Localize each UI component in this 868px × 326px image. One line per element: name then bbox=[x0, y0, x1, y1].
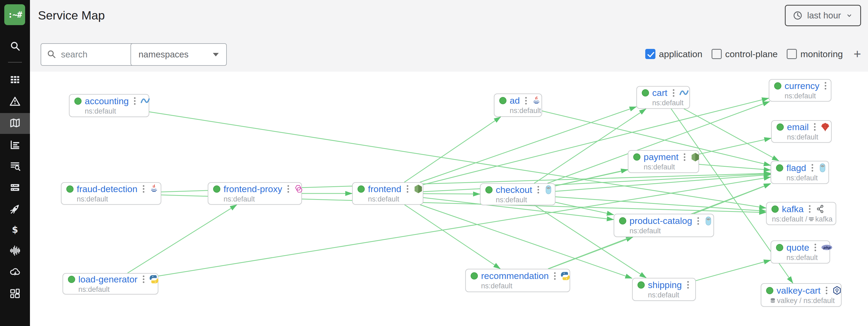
kebab-menu[interactable] bbox=[553, 271, 557, 281]
sidebar-item-integrations[interactable] bbox=[0, 284, 30, 304]
sidebar-item-alerts[interactable] bbox=[0, 91, 30, 112]
service-node-currency[interactable]: currencyns:default bbox=[769, 79, 831, 102]
status-dot bbox=[499, 97, 506, 104]
waveform-icon bbox=[9, 245, 21, 257]
status-dot bbox=[74, 98, 82, 105]
sidebar: :~# $ bbox=[0, 0, 30, 326]
service-map-canvas: accountingns:defaultadns:defaultcartns:d… bbox=[0, 0, 868, 326]
service-name[interactable]: email bbox=[787, 122, 809, 132]
kebab-menu[interactable] bbox=[536, 185, 540, 195]
service-name[interactable]: currency bbox=[784, 81, 819, 91]
list-search-icon bbox=[9, 160, 21, 173]
namespace-label: ns:default bbox=[652, 99, 689, 107]
service-name[interactable]: product-catalog bbox=[629, 216, 692, 226]
kebab-menu[interactable] bbox=[696, 216, 700, 226]
status-dot bbox=[776, 244, 783, 251]
service-name[interactable]: quote bbox=[786, 242, 809, 253]
namespace-label: ns:default bbox=[77, 195, 161, 203]
kebab-menu[interactable] bbox=[524, 96, 528, 105]
sidebar-item-service-map[interactable] bbox=[0, 113, 30, 134]
edge-frontend-ad bbox=[404, 117, 501, 182]
namespace-label: ns:default bbox=[481, 282, 569, 290]
service-node-product-catalog[interactable]: product-catalogns:default bbox=[614, 214, 714, 237]
kebab-menu[interactable] bbox=[808, 204, 812, 214]
namespace-label: ns:default bbox=[496, 196, 555, 204]
workload-icon bbox=[808, 216, 814, 222]
dotnet-icon bbox=[141, 96, 150, 106]
kebab-menu[interactable] bbox=[686, 280, 690, 290]
kebab-menu[interactable] bbox=[813, 122, 817, 132]
service-name[interactable]: payment bbox=[644, 152, 678, 162]
java-icon bbox=[532, 96, 541, 105]
valkey-icon bbox=[832, 286, 842, 295]
service-name[interactable]: kafka bbox=[782, 204, 804, 214]
status-dot bbox=[774, 82, 781, 90]
kebab-menu[interactable] bbox=[825, 286, 829, 295]
kebab-menu[interactable] bbox=[286, 184, 290, 194]
sidebar-item-reports[interactable] bbox=[0, 135, 30, 156]
service-node-fraud-detection[interactable]: fraud-detectionns:default bbox=[61, 182, 161, 205]
service-node-payment[interactable]: paymentns:default bbox=[628, 150, 699, 173]
sidebar-item-search[interactable] bbox=[0, 36, 30, 57]
service-name[interactable]: flagd bbox=[786, 163, 806, 173]
service-node-recommendation[interactable]: recommendationns:default bbox=[465, 269, 570, 292]
service-node-email[interactable]: emailns:default bbox=[771, 120, 832, 143]
service-node-checkout[interactable]: checkoutns:default bbox=[480, 183, 555, 205]
service-name[interactable]: shipping bbox=[648, 280, 682, 290]
namespace-label: ns:default bbox=[648, 291, 695, 299]
kebab-menu[interactable] bbox=[824, 81, 827, 91]
service-name[interactable]: accounting bbox=[85, 96, 129, 106]
service-name[interactable]: frontend bbox=[368, 184, 401, 194]
status-dot bbox=[213, 186, 220, 193]
namespace-label: ns:default bbox=[223, 195, 301, 203]
service-node-valkey-cart[interactable]: valkey-cartvalkey / ns:default bbox=[761, 283, 841, 307]
service-name[interactable]: frontend-proxy bbox=[223, 184, 282, 194]
kebab-menu[interactable] bbox=[813, 242, 817, 252]
sidebar-item-deploy[interactable] bbox=[0, 199, 30, 220]
kebab-menu[interactable] bbox=[810, 163, 814, 173]
kebab-menu[interactable] bbox=[133, 96, 137, 106]
kebab-menu[interactable] bbox=[683, 152, 686, 162]
kebab-menu[interactable] bbox=[142, 184, 146, 194]
namespace-label: valkey / ns:default bbox=[766, 297, 841, 305]
service-node-load-generator[interactable]: load-generatorns:default bbox=[63, 273, 158, 294]
service-node-flagd[interactable]: flagdns:default bbox=[771, 161, 829, 184]
service-node-accounting[interactable]: accountingns:default bbox=[69, 94, 149, 117]
service-name[interactable]: recommendation bbox=[481, 271, 549, 281]
service-node-quote[interactable]: quotephpns:default bbox=[771, 240, 830, 263]
sidebar-item-infrastructure[interactable] bbox=[0, 178, 30, 199]
dotnet-icon bbox=[679, 88, 689, 98]
app-logo[interactable]: :~# bbox=[4, 4, 25, 25]
service-name[interactable]: fraud-detection bbox=[77, 184, 137, 194]
layout-grid-icon bbox=[9, 288, 21, 300]
namespace-label: ns:default bbox=[786, 254, 830, 262]
service-name[interactable]: checkout bbox=[496, 185, 532, 195]
service-node-frontend[interactable]: frontendns:default bbox=[352, 182, 423, 205]
sidebar-item-apps[interactable] bbox=[0, 70, 30, 91]
status-dot bbox=[777, 124, 784, 131]
database-icon bbox=[770, 297, 776, 304]
ruby-icon bbox=[820, 122, 830, 132]
service-node-ad[interactable]: adns:default bbox=[494, 94, 542, 117]
search-icon bbox=[9, 40, 21, 53]
sidebar-item-cost[interactable]: $ bbox=[0, 220, 30, 241]
service-node-frontend-proxy[interactable]: frontend-proxyns:default bbox=[208, 182, 302, 205]
python-icon bbox=[149, 274, 159, 284]
service-node-kafka[interactable]: kafkans:default / kafka bbox=[766, 202, 836, 225]
kebab-menu[interactable] bbox=[672, 88, 676, 98]
kebab-menu[interactable] bbox=[406, 184, 409, 194]
service-name[interactable]: ad bbox=[510, 95, 520, 106]
service-name[interactable]: cart bbox=[652, 88, 668, 98]
service-node-shipping[interactable]: shippingns:default bbox=[632, 278, 696, 301]
sidebar-item-log-search[interactable] bbox=[0, 156, 30, 177]
service-name[interactable]: load-generator bbox=[79, 274, 137, 285]
sidebar-item-cloud[interactable] bbox=[0, 262, 30, 283]
service-node-cart[interactable]: cartns:default bbox=[637, 86, 690, 109]
sidebar-item-traces[interactable] bbox=[0, 241, 30, 262]
namespace-label: ns:default / kafka bbox=[772, 215, 836, 223]
namespace-label: ns:default bbox=[784, 92, 831, 100]
kebab-menu[interactable] bbox=[142, 274, 146, 284]
service-name[interactable]: valkey-cart bbox=[777, 285, 820, 296]
namespace-label: ns:default bbox=[510, 107, 541, 115]
java-icon bbox=[149, 184, 159, 194]
